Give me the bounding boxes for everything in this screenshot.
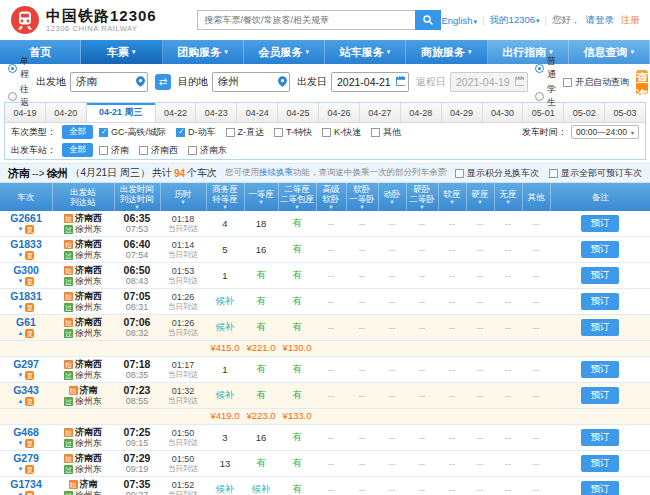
language-menu[interactable]: English▾ (441, 15, 477, 26)
date-tab[interactable]: 04-28 (401, 103, 442, 122)
column-header[interactable]: 硬卧 二等卧 ▼ (406, 183, 438, 211)
query-button[interactable]: 查询 (636, 70, 648, 95)
sort-icon[interactable]: ▼ (207, 204, 244, 210)
sort-icon[interactable]: ▼ (317, 204, 346, 210)
expand-caret-icon[interactable]: ▼ (18, 465, 24, 474)
station-checkbox[interactable]: 济南西 (139, 144, 178, 157)
column-header[interactable]: 出发时间 到达时间 ▼ (114, 183, 160, 211)
train-number[interactable]: G1734 (0, 479, 52, 490)
column-header[interactable]: 出发站 到达站 (52, 183, 114, 211)
nav-item[interactable]: 站车服务 ▾ (325, 40, 406, 64)
search-input[interactable] (197, 10, 415, 30)
train-number[interactable]: G297 (0, 359, 52, 370)
book-button[interactable]: 预订 (581, 361, 619, 378)
expand-caret-icon[interactable]: ▼ (18, 371, 24, 380)
my12306-menu[interactable]: 我的12306▾ (490, 14, 540, 27)
date-tab[interactable]: 04-23 (196, 103, 237, 122)
date-tab[interactable]: 04-22 (156, 103, 197, 122)
sort-icon[interactable]: ▼ (279, 204, 316, 210)
train-type-checkbox[interactable]: 其他 (371, 126, 401, 139)
column-header[interactable]: 动卧 ▼ (378, 183, 406, 211)
expand-caret-icon[interactable]: ▲ (18, 329, 24, 338)
date-tab[interactable]: 04-19 (5, 103, 46, 122)
book-button[interactable]: 预订 (581, 319, 619, 336)
date-tab[interactable]: 04-20 (46, 103, 87, 122)
train-number[interactable]: G279 (0, 453, 52, 464)
column-header[interactable]: 其他 (522, 183, 550, 211)
expand-caret-icon[interactable]: ▼ (18, 225, 24, 234)
date-tab[interactable]: 04-29 (442, 103, 483, 122)
column-header[interactable]: 软卧 一等卧 ▼ (346, 183, 378, 211)
book-button[interactable]: 预订 (581, 267, 619, 284)
book-button[interactable]: 预订 (581, 429, 619, 446)
sort-icon[interactable]: ▼ (379, 199, 406, 205)
auto-query-checkbox[interactable]: 开启自动查询 (563, 76, 629, 89)
train-type-checkbox[interactable]: GC-高铁/城际 (99, 126, 166, 139)
column-header[interactable]: 历时 ▼ (160, 183, 206, 211)
date-tab[interactable]: 04-27 (360, 103, 401, 122)
display-option-checkbox[interactable]: 显示全部可预订车次 (549, 167, 642, 180)
date-tab[interactable]: 05-03 (605, 103, 645, 122)
date-tab[interactable]: 04-26 (319, 103, 360, 122)
train-number[interactable]: G1831 (0, 291, 52, 302)
nav-item[interactable]: 团购服务 ▾ (163, 40, 244, 64)
sort-icon[interactable]: ▼ (467, 199, 494, 205)
train-number[interactable]: G1833 (0, 239, 52, 250)
train-number[interactable]: G61 (0, 317, 52, 328)
sort-icon[interactable]: ▼ (407, 204, 438, 210)
train-type-checkbox[interactable]: T-特快 (274, 126, 312, 139)
date-tab[interactable]: 05-02 (564, 103, 605, 122)
book-button[interactable]: 预订 (581, 293, 619, 310)
depart-time-select[interactable]: 00:00—24:00 ▾ (571, 125, 639, 139)
sort-icon[interactable]: ▼ (495, 199, 522, 205)
train-type-checkbox[interactable]: D-动车 (176, 126, 216, 139)
train-number[interactable]: G300 (0, 265, 52, 276)
column-header[interactable]: 无座 ▼ (494, 183, 522, 211)
nav-item[interactable]: 出行指南 ▾ (488, 40, 569, 64)
book-button[interactable]: 预订 (581, 241, 619, 258)
column-header[interactable]: 商务座 特等座 ▼ (206, 183, 244, 211)
sort-icon[interactable]: ▼ (245, 199, 278, 205)
station-all-button[interactable]: 全部 (62, 143, 93, 157)
column-header[interactable]: 一等座 ▼ (244, 183, 278, 211)
brand[interactable]: 中国铁路12306 12306 CHINA RAILWAY (10, 5, 169, 35)
date-tab[interactable]: 04-24 (237, 103, 278, 122)
sort-icon[interactable]: ▼ (347, 204, 378, 210)
sort-icon[interactable]: ▼ (439, 199, 466, 205)
search-button[interactable] (415, 10, 441, 30)
column-header[interactable]: 二等座 二等包座 ▼ (278, 183, 316, 211)
expand-caret-icon[interactable]: ▼ (18, 491, 24, 495)
swap-stations-button[interactable]: ⇄ (155, 74, 171, 90)
expand-caret-icon[interactable]: ▼ (18, 251, 24, 260)
column-header[interactable]: 备注 (550, 183, 650, 211)
date-tab[interactable]: 05-01 (523, 103, 564, 122)
expand-caret-icon[interactable]: ▼ (18, 439, 24, 448)
sort-icon[interactable]: ▼ (161, 199, 206, 205)
train-number[interactable]: G2661 (0, 213, 52, 224)
sort-icon[interactable]: ▼ (115, 204, 160, 210)
nav-item[interactable]: 商旅服务 ▾ (406, 40, 487, 64)
display-option-checkbox[interactable]: 显示积分兑换车次 (455, 167, 539, 180)
train-type-checkbox[interactable]: Z-直达 (226, 126, 265, 139)
book-button[interactable]: 预订 (581, 215, 619, 232)
column-header[interactable]: 硬座 ▼ (466, 183, 494, 211)
station-checkbox[interactable]: 济南东 (188, 144, 227, 157)
train-type-all-button[interactable]: 全部 (62, 125, 93, 139)
station-checkbox[interactable]: 济南 (99, 144, 129, 157)
column-header[interactable]: 车次 (0, 183, 52, 211)
column-header[interactable]: 软座 ▼ (438, 183, 466, 211)
book-button[interactable]: 预订 (581, 455, 619, 472)
trip-type-radio[interactable]: 单程 (8, 55, 29, 81)
transfer-link[interactable]: 接续换乘 (259, 167, 293, 177)
passenger-type-radio[interactable]: 普通 (535, 55, 556, 81)
nav-item[interactable]: 会员服务 ▾ (244, 40, 325, 64)
register-link[interactable]: 注册 (621, 14, 640, 27)
date-tab[interactable]: 04-25 (278, 103, 319, 122)
expand-caret-icon[interactable]: ▼ (18, 303, 24, 312)
login-link[interactable]: 请登录 (586, 14, 615, 27)
date-tab[interactable]: 04-21 周三 (87, 103, 156, 122)
expand-caret-icon[interactable]: ▲ (18, 397, 24, 406)
nav-item[interactable]: 车票 ▾ (81, 40, 162, 64)
date-tab[interactable]: 04-30 (483, 103, 524, 122)
book-button[interactable]: 预订 (581, 481, 619, 495)
